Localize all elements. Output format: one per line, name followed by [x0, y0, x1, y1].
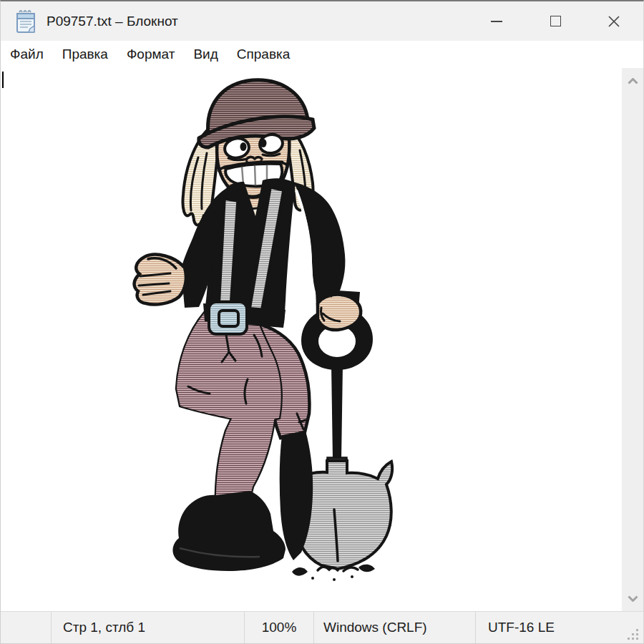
- chevron-up-icon: [628, 78, 638, 84]
- status-line-ending: Windows (CRLF): [313, 612, 475, 643]
- text-editor-area[interactable]: [1, 68, 643, 611]
- scroll-up-button[interactable]: [622, 68, 643, 94]
- minimize-icon: [491, 21, 502, 22]
- menubar: Файл Правка Формат Вид Справка: [1, 41, 643, 68]
- titlebar: P09757.txt – Блокнот: [1, 1, 643, 41]
- resize-grip-icon[interactable]: [627, 628, 639, 640]
- close-button[interactable]: [585, 1, 643, 41]
- vertical-scrollbar[interactable]: [622, 68, 643, 611]
- menu-format[interactable]: Формат: [117, 41, 185, 68]
- window-title: P09757.txt – Блокнот: [47, 14, 178, 29]
- shovel-handle: [301, 307, 373, 485]
- chevron-down-icon: [628, 595, 638, 602]
- status-zoom-level: 100%: [244, 612, 313, 643]
- notepad-window: P09757.txt – Блокнот Файл Правка Формат …: [0, 0, 644, 644]
- minimize-button[interactable]: [467, 1, 526, 41]
- ascii-art-figure: [1, 68, 623, 611]
- notepad-icon: [16, 10, 37, 33]
- hat: [199, 80, 314, 147]
- ground-dirt: [292, 565, 375, 581]
- close-icon: [608, 15, 620, 28]
- menu-help[interactable]: Справка: [228, 41, 300, 68]
- status-encoding: UTF-16 LE: [475, 612, 643, 643]
- maximize-icon: [550, 16, 561, 26]
- maximize-button[interactable]: [526, 1, 585, 41]
- statusbar: Стр 1, стлб 1 100% Windows (CRLF) UTF-16…: [1, 611, 643, 643]
- status-segment-empty: [1, 612, 51, 643]
- menu-edit[interactable]: Правка: [53, 41, 117, 68]
- menu-view[interactable]: Вид: [184, 41, 227, 68]
- scroll-down-button[interactable]: [622, 585, 643, 611]
- status-cursor-position: Стр 1, стлб 1: [51, 612, 244, 643]
- menu-file[interactable]: Файл: [1, 41, 53, 68]
- left-hand: [135, 255, 186, 305]
- right-hand: [316, 289, 361, 330]
